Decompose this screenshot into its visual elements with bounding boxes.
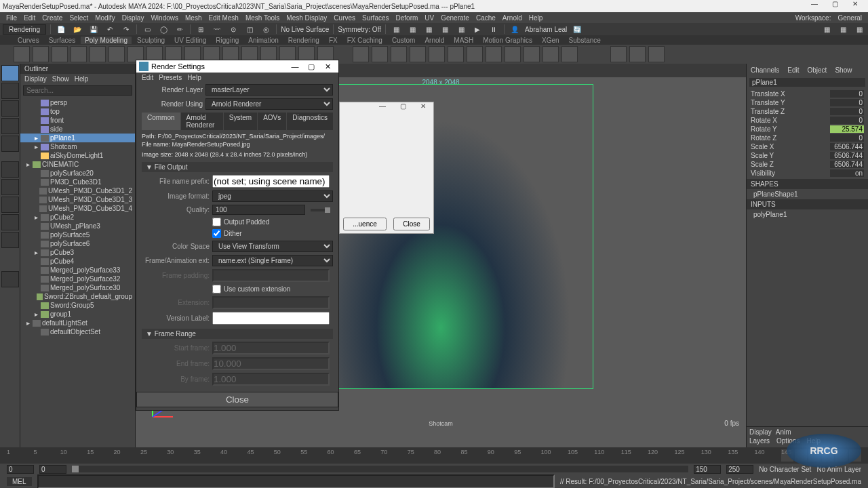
shelf-icon[interactable] [648, 46, 665, 62]
toolbar-icon[interactable]: ▦ [439, 23, 451, 35]
play-icon[interactable]: ▶ [471, 23, 484, 35]
outliner-node[interactable]: pCube4 [20, 257, 135, 266]
outliner-node[interactable]: polySurface6 [20, 239, 135, 248]
range-start-inner[interactable] [39, 465, 66, 474]
rotate-tool[interactable] [1, 118, 19, 134]
outliner-tree[interactable]: persptopfrontside▸pPlane1▸ShotcamaiSkyDo… [20, 97, 135, 447]
color-space-select[interactable]: Use View Transform [212, 241, 333, 252]
undo-icon[interactable]: ↶ [104, 23, 116, 35]
shelf-tab-substance[interactable]: Substance [565, 37, 605, 44]
menu-arnold[interactable]: Arnold [500, 14, 524, 22]
quality-input[interactable] [212, 205, 305, 215]
minimize-button[interactable]: — [804, 0, 825, 12]
poly-cone-icon[interactable] [71, 46, 87, 62]
outliner-node[interactable]: polySurface20 [20, 169, 135, 178]
outliner-display[interactable]: Display [24, 75, 47, 83]
shelf-icon[interactable] [524, 46, 540, 62]
menu-curves[interactable]: Curves [332, 14, 357, 22]
outliner-node[interactable]: defaultObjectSet [20, 327, 135, 336]
shelf-tab-mash[interactable]: MASH [450, 37, 477, 44]
render-dlg-close[interactable]: ✕ [319, 62, 336, 71]
shelf-icon[interactable] [448, 46, 464, 62]
poly-cube-icon[interactable] [33, 46, 49, 62]
toolbar-icon[interactable]: ▦ [406, 23, 418, 35]
attr-value[interactable]: on [830, 169, 864, 177]
shelf-tab-animation[interactable]: Animation [244, 37, 282, 44]
save-scene-icon[interactable]: 💾 [87, 23, 100, 35]
layout-tool[interactable] [1, 161, 19, 178]
symmetry-label[interactable]: Symmetry: Off [338, 26, 381, 33]
shelf-tab-sculpting[interactable]: Sculpting [133, 37, 169, 44]
shelf-icon[interactable] [372, 46, 388, 62]
shelf-tab-rigging[interactable]: Rigging [212, 37, 243, 44]
range-end-inner[interactable] [694, 465, 721, 474]
attr-value[interactable]: 6506.744 [830, 143, 864, 150]
mel-label[interactable]: MEL [7, 477, 32, 486]
menu-mesh[interactable]: Mesh [183, 14, 203, 22]
outliner-node[interactable]: polySurface5 [20, 230, 135, 239]
lasso-tool[interactable] [1, 83, 19, 99]
shape-name[interactable]: pPlaneShape1 [747, 189, 868, 199]
toolbar-icon[interactable]: ▦ [455, 23, 467, 35]
outliner-node[interactable]: ▸defaultLightSet [20, 319, 135, 327]
shelf-icon[interactable] [505, 46, 521, 62]
move-tool[interactable] [1, 100, 19, 117]
render-tab-diagnostics[interactable]: Diagnostics [287, 113, 333, 130]
command-line[interactable] [37, 474, 555, 489]
range-handle[interactable] [72, 466, 79, 472]
render-settings-dialog[interactable]: Render Settings — ▢ ✕ Edit Presets Help … [136, 60, 339, 411]
subdlg-maximize[interactable]: ▢ [393, 102, 413, 119]
menu-generate[interactable]: Generate [439, 14, 471, 22]
layers-tab-anim[interactable]: Anim [776, 428, 791, 436]
menu-display[interactable]: Display [120, 14, 146, 22]
toolbar-icon[interactable]: ▦ [422, 23, 435, 35]
attr-value[interactable]: 6506.744 [830, 161, 864, 168]
menu-select[interactable]: Select [67, 14, 90, 22]
shelf-tab-polymodeling[interactable]: Poly Modeling [81, 37, 132, 44]
attr-value[interactable]: 6506.744 [830, 152, 864, 159]
image-format-select[interactable]: jpeg [212, 190, 333, 202]
shelf-icon[interactable] [353, 46, 369, 62]
panel-icon[interactable]: ▦ [853, 23, 865, 35]
outliner-node[interactable]: top [20, 107, 135, 116]
snap-grid-icon[interactable]: ⊞ [195, 23, 207, 35]
shelf-tab-surfaces[interactable]: Surfaces [45, 37, 79, 44]
user-icon[interactable]: 👤 [509, 23, 521, 35]
sub-dialog[interactable]: — ▢ ✕ ...uence Close [339, 102, 434, 234]
channel-tab-edit[interactable]: Edit [785, 65, 802, 75]
shelf-icon[interactable] [391, 46, 407, 62]
shelf-icon[interactable] [486, 46, 502, 62]
subdlg-minimize[interactable]: — [372, 102, 393, 119]
menu-deform[interactable]: Deform [394, 14, 420, 22]
outliner-node[interactable]: UMesh_PM3D_Cube3D1_2 [20, 186, 135, 195]
live-surface-label[interactable]: No Live Surface [281, 26, 329, 33]
outliner-node[interactable]: persp [20, 98, 135, 107]
shelf-tab-motiongraphics[interactable]: Motion Graphics [479, 37, 536, 44]
outliner-node[interactable]: Merged_polySurface30 [20, 283, 135, 292]
menu-windows[interactable]: Windows [149, 14, 180, 22]
time-slider[interactable]: 1510152025303540455055606570758085909510… [0, 447, 868, 464]
mode-dropdown[interactable]: Rendering [3, 24, 46, 35]
search-tool[interactable] [1, 271, 19, 287]
quality-slider-handle[interactable] [325, 207, 330, 213]
channel-tab-channels[interactable]: Channels [748, 65, 782, 75]
layout-tool[interactable] [1, 214, 19, 230]
pause-icon[interactable]: ⏸ [488, 23, 500, 35]
redo-icon[interactable]: ↷ [120, 23, 132, 35]
shelf-icon[interactable] [467, 46, 483, 62]
frame-range-header[interactable]: Frame Range [142, 329, 333, 339]
attr-value[interactable]: 25.574 [830, 125, 864, 133]
menu-edit[interactable]: Edit [22, 14, 37, 22]
shelf-icon[interactable] [410, 46, 426, 62]
character-set-dropdown[interactable]: No Character Set [759, 466, 811, 473]
shelf-tab-xgen[interactable]: XGen [538, 37, 564, 44]
attr-value[interactable]: 0 [830, 90, 864, 98]
outliner-node[interactable]: ▸CINEMATIC [20, 160, 135, 169]
subdlg-close[interactable]: ✕ [413, 102, 433, 119]
poly-cylinder-icon[interactable] [52, 46, 68, 62]
render-using-select[interactable]: Arnold Renderer [205, 98, 333, 110]
sync-icon[interactable]: 🔄 [571, 23, 583, 35]
shelf-tab-fxcaching[interactable]: FX Caching [343, 37, 387, 44]
menu-mesh-display[interactable]: Mesh Display [284, 14, 329, 22]
menu-file[interactable]: File [4, 14, 19, 22]
